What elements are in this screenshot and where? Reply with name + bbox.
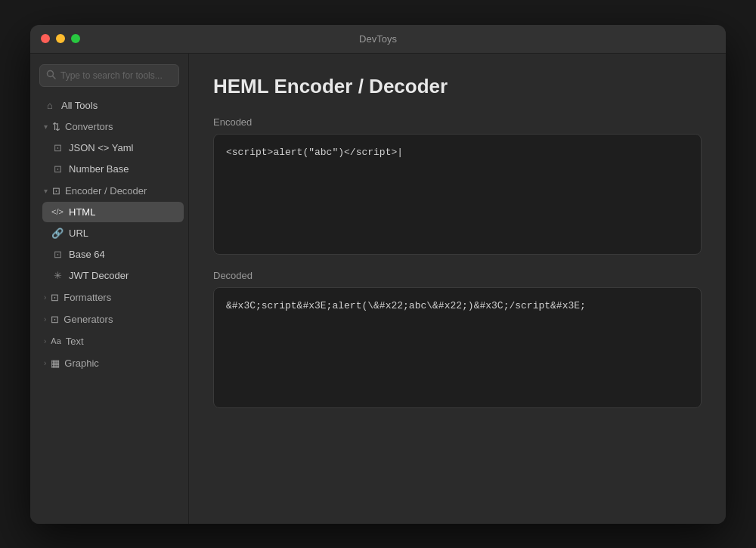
sidebar: Type to search for tools... ⌂ All Tools … [30,54,189,524]
html-label: HTML [69,206,175,218]
html-icon: </> [51,207,64,216]
chevron-down-icon-2: ▾ [44,187,48,195]
base64-label: Base 64 [69,249,175,260]
json-yaml-label: JSON <> Yaml [69,142,175,153]
generators-icon: ⊡ [51,314,59,325]
text-icon: Aa [51,336,60,345]
formatters-icon: ⊡ [51,292,59,303]
number-base-icon: ⊡ [51,163,64,175]
graphic-icon: ▦ [51,358,60,369]
encoded-text[interactable]: <script>alert("abc")</script> [226,145,689,160]
encoded-section: Encoded <script>alert("abc")</script> [213,116,702,255]
encoder-decoder-items: </> HTML 🔗 URL ⊡ Base 64 ✳ JWT Decoder [30,202,188,286]
section-convertors: ▾ ⇅ Convertors ⊡ JSON <> Yaml ⊡ Number B… [30,116,188,179]
sidebar-item-json-yaml[interactable]: ⊡ JSON <> Yaml [42,138,184,158]
section-header-encoder-decoder[interactable]: ▾ ⊡ Encoder / Decoder [35,181,184,201]
search-container: Type to search for tools... [30,61,188,94]
main-layout: Type to search for tools... ⌂ All Tools … [30,54,726,524]
chevron-right-icon-2: › [44,315,46,324]
sidebar-item-base64[interactable]: ⊡ Base 64 [42,244,184,265]
section-formatters: › ⊡ Formatters [30,287,188,308]
url-label: URL [69,228,175,239]
main-content: HEML Encoder / Decoder Encoded <script>a… [189,54,726,524]
convertors-items: ⊡ JSON <> Yaml ⊡ Number Base [30,138,188,179]
jwt-icon: ✳ [51,270,64,281]
generators-label: Generators [64,314,113,325]
page-title: HEML Encoder / Decoder [213,75,702,98]
app-window: DevToys Type to search for tools... ⌂ [30,25,726,524]
minimize-button[interactable] [56,34,65,43]
all-tools-label: All Tools [61,100,175,111]
sidebar-item-number-base[interactable]: ⊡ Number Base [42,159,184,179]
traffic-lights [41,34,80,43]
maximize-button[interactable] [71,34,80,43]
search-placeholder: Type to search for tools... [60,70,163,81]
section-encoder-decoder: ▾ ⊡ Encoder / Decoder </> HTML 🔗 URL ⊡ [30,181,188,286]
number-base-label: Number Base [69,163,175,175]
base64-icon: ⊡ [51,249,64,260]
section-header-generators[interactable]: › ⊡ Generators [35,309,184,330]
decoded-area[interactable]: &#x3C;script&#x3E;alert(\&#x22;abc\&#x22… [213,287,702,408]
chevron-down-icon: ▾ [44,122,48,131]
home-icon: ⌂ [44,100,56,111]
graphic-label: Graphic [64,358,99,369]
section-header-graphic[interactable]: › ▦ Graphic [35,353,184,373]
section-generators: › ⊡ Generators [30,309,188,330]
search-icon [46,69,56,82]
sidebar-item-html[interactable]: </> HTML [42,202,184,222]
convertors-label: Convertors [65,121,113,132]
text-label: Text [66,336,84,347]
section-header-formatters[interactable]: › ⊡ Formatters [35,287,184,308]
encoded-label: Encoded [213,116,702,128]
decoded-section: Decoded &#x3C;script&#x3E;alert(\&#x22;a… [213,270,702,408]
encoder-decoder-label: Encoder / Decoder [65,185,147,197]
encoded-area[interactable]: <script>alert("abc")</script> [213,134,702,255]
search-box[interactable]: Type to search for tools... [39,64,179,87]
decoded-text[interactable]: &#x3C;script&#x3E;alert(\&#x22;abc\&#x22… [226,299,689,314]
section-graphic: › ▦ Graphic [30,353,188,373]
close-button[interactable] [41,34,50,43]
sidebar-item-url[interactable]: 🔗 URL [42,223,184,243]
formatters-label: Formatters [64,292,111,303]
encoder-decoder-icon: ⊡ [52,185,60,197]
chevron-right-icon-4: › [44,359,46,367]
titlebar: DevToys [30,25,726,54]
chevron-right-icon-3: › [44,337,46,345]
decoded-label: Decoded [213,270,702,281]
sidebar-item-jwt[interactable]: ✳ JWT Decoder [42,265,184,286]
section-header-convertors[interactable]: ▾ ⇅ Convertors [35,116,184,137]
url-icon: 🔗 [51,228,64,239]
json-yaml-icon: ⊡ [51,142,64,153]
sidebar-item-all-tools[interactable]: ⌂ All Tools [35,95,184,116]
section-text: › Aa Text [30,331,188,351]
convertors-icon: ⇅ [52,121,60,132]
section-header-text[interactable]: › Aa Text [35,331,184,351]
chevron-right-icon: › [44,293,46,302]
jwt-label: JWT Decoder [69,270,175,281]
window-title: DevToys [359,33,397,45]
svg-line-1 [53,76,56,79]
